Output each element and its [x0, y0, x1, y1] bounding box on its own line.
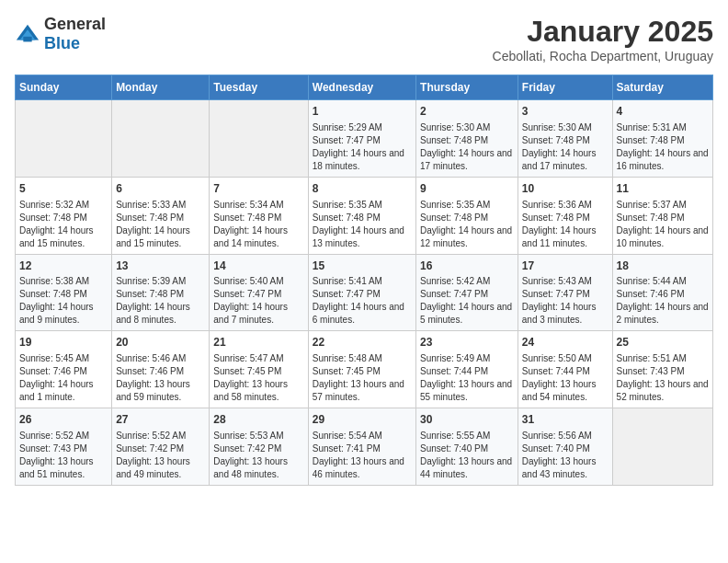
- calendar-cell: 29Sunrise: 5:54 AM Sunset: 7:41 PM Dayli…: [308, 408, 415, 486]
- calendar-cell: 18Sunrise: 5:44 AM Sunset: 7:46 PM Dayli…: [612, 254, 712, 331]
- calendar-cell: 22Sunrise: 5:48 AM Sunset: 7:45 PM Dayli…: [308, 331, 415, 408]
- day-number: 15: [313, 259, 412, 274]
- day-info: Sunrise: 5:35 AM Sunset: 7:48 PM Dayligh…: [420, 199, 514, 250]
- day-number: 21: [213, 335, 303, 350]
- calendar-cell: 14Sunrise: 5:40 AM Sunset: 7:47 PM Dayli…: [210, 254, 308, 331]
- day-number: 6: [116, 181, 205, 197]
- page-header: General Blue January 2025 Cebollati, Roc…: [15, 15, 713, 63]
- calendar-cell: 12Sunrise: 5:38 AM Sunset: 7:48 PM Dayli…: [16, 254, 112, 331]
- week-row-2: 5Sunrise: 5:32 AM Sunset: 7:48 PM Daylig…: [16, 177, 713, 254]
- day-number: 4: [617, 104, 709, 120]
- day-number: 26: [19, 412, 108, 428]
- day-number: 25: [617, 335, 709, 350]
- day-info: Sunrise: 5:52 AM Sunset: 7:43 PM Dayligh…: [19, 430, 108, 481]
- week-row-1: 1Sunrise: 5:29 AM Sunset: 7:47 PM Daylig…: [16, 100, 713, 178]
- calendar-cell: 8Sunrise: 5:35 AM Sunset: 7:48 PM Daylig…: [308, 177, 415, 254]
- month-title: January 2025: [493, 15, 713, 49]
- logo-text: General Blue: [44, 15, 106, 53]
- day-info: Sunrise: 5:29 AM Sunset: 7:47 PM Dayligh…: [313, 121, 412, 173]
- day-info: Sunrise: 5:43 AM Sunset: 7:47 PM Dayligh…: [522, 275, 609, 327]
- day-number: 9: [420, 181, 514, 197]
- calendar-cell: 2Sunrise: 5:30 AM Sunset: 7:48 PM Daylig…: [416, 100, 518, 178]
- day-info: Sunrise: 5:34 AM Sunset: 7:48 PM Dayligh…: [213, 199, 303, 250]
- day-number: 22: [313, 335, 412, 350]
- weekday-header-saturday: Saturday: [612, 75, 712, 100]
- calendar-cell: 21Sunrise: 5:47 AM Sunset: 7:45 PM Dayli…: [210, 331, 308, 408]
- calendar-cell: 15Sunrise: 5:41 AM Sunset: 7:47 PM Dayli…: [308, 254, 415, 331]
- day-number: 28: [213, 412, 303, 428]
- weekday-header-friday: Friday: [518, 75, 612, 100]
- day-info: Sunrise: 5:39 AM Sunset: 7:48 PM Dayligh…: [116, 275, 205, 327]
- week-row-5: 26Sunrise: 5:52 AM Sunset: 7:43 PM Dayli…: [16, 408, 713, 486]
- day-info: Sunrise: 5:35 AM Sunset: 7:48 PM Dayligh…: [313, 199, 412, 250]
- calendar-cell: 5Sunrise: 5:32 AM Sunset: 7:48 PM Daylig…: [16, 177, 112, 254]
- day-number: 23: [420, 335, 514, 350]
- day-number: 16: [420, 259, 514, 274]
- calendar-cell: 17Sunrise: 5:43 AM Sunset: 7:47 PM Dayli…: [518, 254, 612, 331]
- day-info: Sunrise: 5:56 AM Sunset: 7:40 PM Dayligh…: [522, 430, 609, 481]
- day-info: Sunrise: 5:49 AM Sunset: 7:44 PM Dayligh…: [420, 352, 514, 404]
- day-info: Sunrise: 5:30 AM Sunset: 7:48 PM Dayligh…: [522, 121, 609, 173]
- logo-icon: [15, 21, 40, 47]
- day-number: 14: [213, 259, 303, 274]
- day-info: Sunrise: 5:32 AM Sunset: 7:48 PM Dayligh…: [19, 199, 108, 250]
- day-number: 2: [420, 104, 514, 120]
- day-number: 30: [420, 412, 514, 428]
- logo-general: General: [44, 15, 106, 33]
- day-number: 31: [522, 412, 609, 428]
- day-info: Sunrise: 5:46 AM Sunset: 7:46 PM Dayligh…: [116, 352, 205, 404]
- weekday-header-wednesday: Wednesday: [308, 75, 415, 100]
- calendar-table: SundayMondayTuesdayWednesdayThursdayFrid…: [15, 75, 713, 486]
- day-number: 20: [116, 335, 205, 350]
- day-number: 24: [522, 335, 609, 350]
- calendar-cell: [16, 100, 112, 178]
- week-row-4: 19Sunrise: 5:45 AM Sunset: 7:46 PM Dayli…: [16, 331, 713, 408]
- calendar-cell: 31Sunrise: 5:56 AM Sunset: 7:40 PM Dayli…: [518, 408, 612, 486]
- day-number: 13: [116, 259, 205, 274]
- day-info: Sunrise: 5:48 AM Sunset: 7:45 PM Dayligh…: [313, 352, 412, 404]
- day-number: 12: [19, 259, 108, 274]
- day-info: Sunrise: 5:47 AM Sunset: 7:45 PM Dayligh…: [213, 352, 303, 404]
- weekday-header-thursday: Thursday: [416, 75, 518, 100]
- weekday-header-tuesday: Tuesday: [210, 75, 308, 100]
- calendar-header-row: SundayMondayTuesdayWednesdayThursdayFrid…: [16, 75, 713, 100]
- calendar-cell: 11Sunrise: 5:37 AM Sunset: 7:48 PM Dayli…: [612, 177, 712, 254]
- svg-rect-2: [23, 37, 31, 42]
- day-info: Sunrise: 5:36 AM Sunset: 7:48 PM Dayligh…: [522, 199, 609, 250]
- calendar-cell: 10Sunrise: 5:36 AM Sunset: 7:48 PM Dayli…: [518, 177, 612, 254]
- day-number: 5: [19, 181, 108, 197]
- day-info: Sunrise: 5:42 AM Sunset: 7:47 PM Dayligh…: [420, 275, 514, 327]
- calendar-cell: 16Sunrise: 5:42 AM Sunset: 7:47 PM Dayli…: [416, 254, 518, 331]
- day-number: 1: [313, 104, 412, 120]
- calendar-cell: 13Sunrise: 5:39 AM Sunset: 7:48 PM Dayli…: [112, 254, 210, 331]
- logo-blue: Blue: [44, 34, 80, 52]
- day-info: Sunrise: 5:40 AM Sunset: 7:47 PM Dayligh…: [213, 275, 303, 327]
- day-number: 27: [116, 412, 205, 428]
- location-title: Cebollati, Rocha Department, Uruguay: [493, 49, 713, 63]
- day-number: 19: [19, 335, 108, 350]
- calendar-cell: 19Sunrise: 5:45 AM Sunset: 7:46 PM Dayli…: [16, 331, 112, 408]
- day-info: Sunrise: 5:53 AM Sunset: 7:42 PM Dayligh…: [213, 430, 303, 481]
- calendar-cell: 3Sunrise: 5:30 AM Sunset: 7:48 PM Daylig…: [518, 100, 612, 178]
- day-number: 10: [522, 181, 609, 197]
- day-info: Sunrise: 5:45 AM Sunset: 7:46 PM Dayligh…: [19, 352, 108, 404]
- day-number: 8: [313, 181, 412, 197]
- calendar-cell: 25Sunrise: 5:51 AM Sunset: 7:43 PM Dayli…: [612, 331, 712, 408]
- calendar-cell: 1Sunrise: 5:29 AM Sunset: 7:47 PM Daylig…: [308, 100, 415, 178]
- day-number: 18: [617, 259, 709, 274]
- calendar-cell: 9Sunrise: 5:35 AM Sunset: 7:48 PM Daylig…: [416, 177, 518, 254]
- day-info: Sunrise: 5:44 AM Sunset: 7:46 PM Dayligh…: [617, 275, 709, 327]
- day-info: Sunrise: 5:54 AM Sunset: 7:41 PM Dayligh…: [313, 430, 412, 481]
- logo: General Blue: [15, 15, 106, 53]
- day-info: Sunrise: 5:30 AM Sunset: 7:48 PM Dayligh…: [420, 121, 514, 173]
- calendar-cell: 30Sunrise: 5:55 AM Sunset: 7:40 PM Dayli…: [416, 408, 518, 486]
- calendar-cell: 26Sunrise: 5:52 AM Sunset: 7:43 PM Dayli…: [16, 408, 112, 486]
- week-row-3: 12Sunrise: 5:38 AM Sunset: 7:48 PM Dayli…: [16, 254, 713, 331]
- day-info: Sunrise: 5:50 AM Sunset: 7:44 PM Dayligh…: [522, 352, 609, 404]
- title-block: January 2025 Cebollati, Rocha Department…: [493, 15, 713, 63]
- calendar-cell: 20Sunrise: 5:46 AM Sunset: 7:46 PM Dayli…: [112, 331, 210, 408]
- day-info: Sunrise: 5:37 AM Sunset: 7:48 PM Dayligh…: [617, 199, 709, 250]
- calendar-cell: 4Sunrise: 5:31 AM Sunset: 7:48 PM Daylig…: [612, 100, 712, 178]
- day-info: Sunrise: 5:38 AM Sunset: 7:48 PM Dayligh…: [19, 275, 108, 327]
- day-number: 11: [617, 181, 709, 197]
